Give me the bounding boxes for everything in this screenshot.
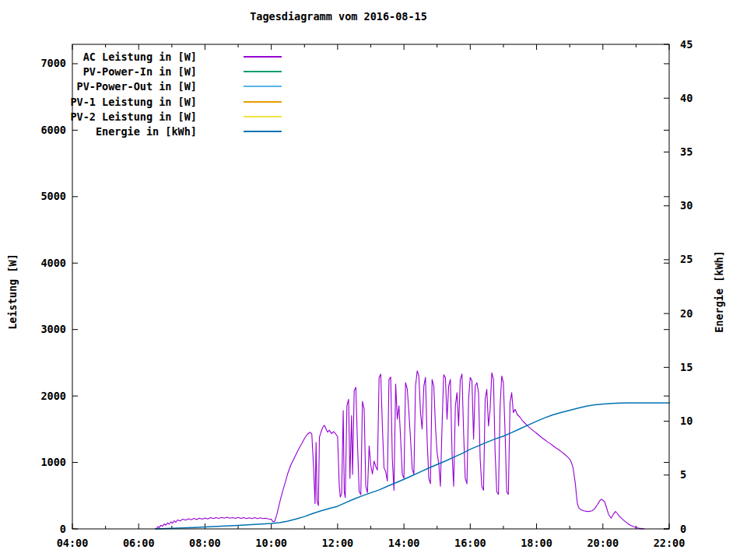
legend-swatch (244, 86, 282, 87)
daily-pv-chart-screen: 04:0006:0008:0010:0012:0014:0016:0018:00… (0, 0, 747, 560)
legend-swatch (244, 56, 282, 58)
x-tick-label: 08:00 (189, 537, 221, 549)
x-tick-label: 14:00 (388, 537, 420, 549)
legend-row-ac: AC Leistung in [W] (62, 49, 282, 64)
y-left-tick-label: 4000 (40, 257, 66, 269)
legend-swatch (244, 131, 282, 132)
legend-row-pv1: PV-1 Leistung in [W] (62, 94, 282, 109)
x-tick-label: 22:00 (654, 537, 686, 549)
y-axis-label-left: Leistung [W] (6, 254, 19, 330)
x-tick-label: 20:00 (587, 537, 619, 549)
y-right-tick-label: 20 (680, 307, 693, 320)
legend-label: AC Leistung in [W] (62, 51, 197, 63)
legend-swatch (244, 101, 282, 103)
y-right-tick-label: 15 (680, 361, 693, 373)
legend-row-pv-power-out: PV-Power-Out in [W] (62, 79, 282, 94)
legend-label: PV-2 Leistung in [W] (62, 110, 197, 123)
legend-swatch (244, 116, 282, 117)
y-right-tick-label: 40 (680, 92, 693, 104)
series-ac-leistung (156, 371, 644, 529)
series-lines (156, 371, 670, 529)
legend-swatch (244, 71, 282, 72)
y-right-tick-label: 35 (680, 145, 693, 158)
y-right-tick-label: 30 (680, 199, 693, 212)
legend-row-pv-power-in: PV-Power-In in [W] (62, 64, 282, 79)
x-tick-label: 12:00 (322, 537, 354, 549)
legend-label: PV-Power-Out in [W] (62, 80, 197, 93)
legend-label: PV-Power-In in [W] (62, 65, 197, 78)
legend-label: PV-1 Leistung in [W] (62, 96, 197, 108)
legend-label: Energie in [kWh] (62, 125, 197, 138)
x-tick-label: 06:00 (123, 537, 155, 549)
y-left-tick-label: 2000 (40, 390, 66, 402)
x-tick-label: 10:00 (255, 537, 287, 549)
x-tick-label: 04:00 (57, 537, 89, 549)
y-left-tick-label: 5000 (40, 190, 66, 202)
y-right-tick-label: 45 (680, 38, 693, 51)
chart-title: Tagesdiagramm vom 2016-08-15 (250, 10, 427, 23)
x-tick-label: 18:00 (521, 537, 552, 549)
y-right-tick-label: 0 (680, 523, 686, 535)
x-tick-label: 16:00 (454, 537, 486, 549)
y-left-tick-label: 1000 (40, 456, 66, 468)
legend: AC Leistung in [W] PV-Power-In in [W] PV… (62, 49, 282, 139)
legend-row-energie: Energie in [kWh] (62, 124, 282, 138)
y-right-tick-label: 5 (680, 468, 686, 481)
y-left-tick-label: 3000 (40, 323, 66, 335)
legend-row-pv2: PV-2 Leistung in [W] (62, 109, 282, 124)
y-right-tick-label: 25 (680, 253, 693, 265)
y-axis-label-right: Energie [kWh] (713, 250, 725, 333)
y-left-tick-label: 0 (60, 523, 66, 535)
y-right-tick-label: 10 (680, 415, 693, 427)
